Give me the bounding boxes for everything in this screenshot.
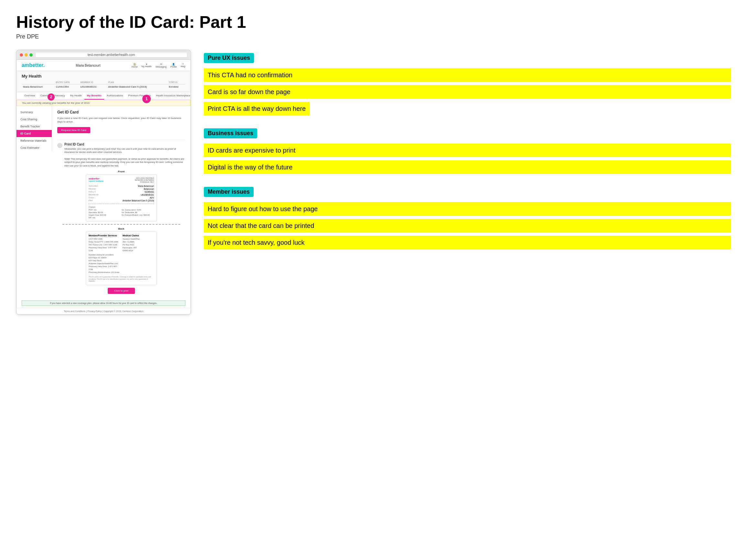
main-section: Get ID Card If you need a new ID Card, y…	[52, 106, 190, 300]
col-status-header: STATUS	[168, 81, 185, 84]
sidebar-item-benefittracker[interactable]: Benefit Tracker	[17, 123, 52, 130]
back-below-label: Numbers below for providers:	[88, 254, 120, 257]
back-edi-help: EDI Help Desk: Ambetter.SuperiorHealthPl…	[88, 259, 120, 265]
back-claims-pobox: PO Box 4010	[123, 243, 154, 246]
browser-url: test-member.ambetterhealth.com	[35, 52, 187, 57]
sidebar-item-costestimator[interactable]: Cost Estimator	[17, 144, 52, 151]
browser-window: test-member.ambetterhealth.com ambetter.…	[16, 50, 191, 314]
back-claims-items: Superior HealthPlan Attn: CLAIMS PO Box …	[123, 238, 154, 252]
print-id-card-section: Print ID Card Meanwhile, you can print a…	[57, 142, 185, 168]
sidebar-item-idcard[interactable]: ID Card	[17, 130, 52, 137]
tab-myhealth[interactable]: My Health	[68, 92, 84, 100]
print-id-card-content: Print ID Card Meanwhile, you can print a…	[65, 142, 185, 168]
member-name-cell: Maria Betancourt	[22, 84, 54, 89]
id-card-logo-text: ambetter	[88, 177, 104, 180]
dot-green[interactable]	[29, 53, 33, 57]
id-card-plan-row: Plan: Ambetter Balanced Care 5 (2019)	[88, 199, 154, 202]
ux-item-1: Card is so far down the page	[204, 85, 731, 99]
tab-auth[interactable]: Authorizations	[104, 92, 126, 100]
browser-bar: test-member.ambetterhealth.com	[17, 50, 190, 60]
click-to-print-button[interactable]: Click to print	[108, 288, 135, 294]
sidebar-item-referencematerials[interactable]: Reference Materials	[17, 137, 52, 144]
tab-mybenefits[interactable]: My Benefits	[84, 92, 104, 100]
page-title: History of the ID Card: Part 1	[16, 13, 731, 31]
annotations: Pure UX issues This CTA had no confirmat…	[204, 50, 731, 262]
print-id-card-note2: Note! This temporary ID card does not gu…	[65, 157, 185, 168]
callout-bubble-1: 1	[143, 95, 151, 103]
id-card-plan-value: Ambetter Balanced Care 5 (2019)	[123, 199, 154, 202]
dot-yellow[interactable]	[25, 53, 28, 57]
member-item-2: If you're not tech savvy, good luck	[204, 236, 731, 249]
member-status-cell: Enrolled	[168, 84, 185, 89]
back-services-title: Member/Provider Services	[88, 234, 120, 237]
nav-messaging[interactable]: ✉ Messaging	[156, 63, 166, 68]
nav-help[interactable]: ? Help	[181, 63, 185, 68]
dashed-divider	[62, 224, 180, 225]
member-bar: My Health ENTRY DATE MEMBER ID PLAN STAT…	[17, 71, 190, 92]
id-card-network-text: EXCLUSIVE PROVIDER NETWORK IN-NETWORK CO…	[128, 177, 154, 183]
nav-home-label: Home	[132, 65, 138, 68]
profile-icon: 👤	[172, 63, 175, 65]
id-card-memberid-row: Member ID: U9108648101	[88, 194, 154, 196]
id-card-memberid-label: Member ID:	[88, 194, 99, 196]
back-col-services: Member/Provider Services 1-877-687-1196 …	[88, 234, 120, 274]
get-id-card-desc: If you need a new ID Card, you can reque…	[57, 116, 185, 124]
callout-2-area: 2 Overview Claims Pharmacy My Health My …	[17, 92, 190, 100]
sidebar-item-summary[interactable]: Summary	[17, 109, 52, 116]
sidebar-item-costsharing[interactable]: Cost Sharing	[17, 116, 52, 123]
copay-urgentcare: Urgent Care: $10.00	[88, 214, 121, 216]
member-row: Maria Betancourt 11/06/1954 U9108648101 …	[22, 84, 185, 89]
id-card-subscriber-row: Subscriber: Maria Betancourt	[88, 185, 154, 187]
id-card-back-label: Back	[57, 227, 185, 230]
print-id-card-title: Print ID Card	[65, 142, 185, 146]
nav-home[interactable]: 🏠 Home	[132, 63, 138, 68]
member-item-0: Hard to figure out how to use the page	[204, 202, 731, 216]
ux-issues-group: Pure UX issues This CTA had no confirmat…	[204, 53, 731, 119]
id-card-sublogo: superior healthplan	[88, 180, 104, 182]
back-claims-zip: 63640-5010	[123, 249, 154, 252]
tab-overview[interactable]: Overview	[22, 92, 37, 100]
id-card-policy-label: Policy #:	[88, 191, 96, 193]
main-layout: test-member.ambetterhealth.com ambetter.…	[16, 50, 731, 323]
back-claims-city: Farmington, MO	[123, 246, 154, 249]
col-entry-date-header: ENTRY DATE	[54, 81, 79, 84]
id-card-plan-label: Plan:	[88, 199, 93, 202]
ux-category-badge: Pure UX issues	[204, 53, 254, 63]
dot-red[interactable]	[20, 53, 23, 57]
back-claims-attn: Attn: CLAIMS	[123, 241, 154, 243]
id-card-header: ambetter superior healthplan EXCLUSIVE P…	[88, 177, 154, 183]
home-icon: 🏠	[133, 63, 136, 65]
screenshot-container: test-member.ambetterhealth.com ambetter.…	[16, 50, 191, 323]
help-icon: ?	[182, 63, 184, 65]
back-cols: Member/Provider Services 1-877-687-1196 …	[88, 234, 154, 274]
id-card-logo: ambetter superior healthplan	[88, 177, 104, 182]
id-card-subscriber-label: Subscriber:	[88, 185, 98, 187]
nav-messaging-label: Messaging	[156, 65, 166, 68]
id-card-back: Member/Provider Services 1-877-687-1196 …	[86, 232, 157, 285]
logo-text: ambetter.	[22, 62, 45, 68]
message-icon: ✉	[160, 63, 162, 65]
nav-profile[interactable]: 👤 Profile	[171, 63, 177, 68]
id-card-policy-value: 91085431	[145, 191, 154, 193]
tab-marketplace[interactable]: Health Insurance Marketplace	[153, 92, 191, 100]
copay-specialist: Specialist: $0.00	[88, 211, 121, 213]
id-card-subscriber-value: Maria Betancourt	[138, 185, 154, 187]
nav-help-label: Help	[181, 65, 185, 68]
id-card-copays-label: Copays:	[88, 206, 154, 208]
member-issues-group: Member issues Hard to figure out how to …	[204, 187, 731, 252]
app-logo: ambetter.	[22, 62, 45, 68]
copay-coinsurance: Int. Coinsurance: 0.0%	[122, 209, 154, 211]
back-nurse: 24/7 Nurse Line: 1-877-687-1196	[88, 243, 120, 246]
nav-health[interactable]: ♥ My Health	[141, 63, 152, 68]
back-col-claims: Medical Claims Superior HealthPlan Attn:…	[123, 234, 154, 274]
ux-item-0: This CTA had no confirmation	[204, 68, 731, 82]
copay-deductible: Int. Deductible: $0	[122, 211, 154, 213]
back-legal: This ID card is not a guarantee of benef…	[88, 276, 154, 282]
print-icon-circle	[57, 143, 62, 148]
id-card-front-wrapper: Front ambetter superior healthplan EXCLU…	[57, 170, 185, 221]
sidebar: Summary Cost Sharing Benefit Tracker ID …	[17, 106, 52, 151]
member-item-1: Not clear that the card can be printed	[204, 219, 731, 233]
user-info: Maria Betancourt	[76, 64, 100, 67]
back-pharm-help: Pharmacy Help Desk: 1-877-987-1196	[88, 265, 120, 271]
request-id-card-button[interactable]: Request New ID Card	[57, 127, 90, 133]
